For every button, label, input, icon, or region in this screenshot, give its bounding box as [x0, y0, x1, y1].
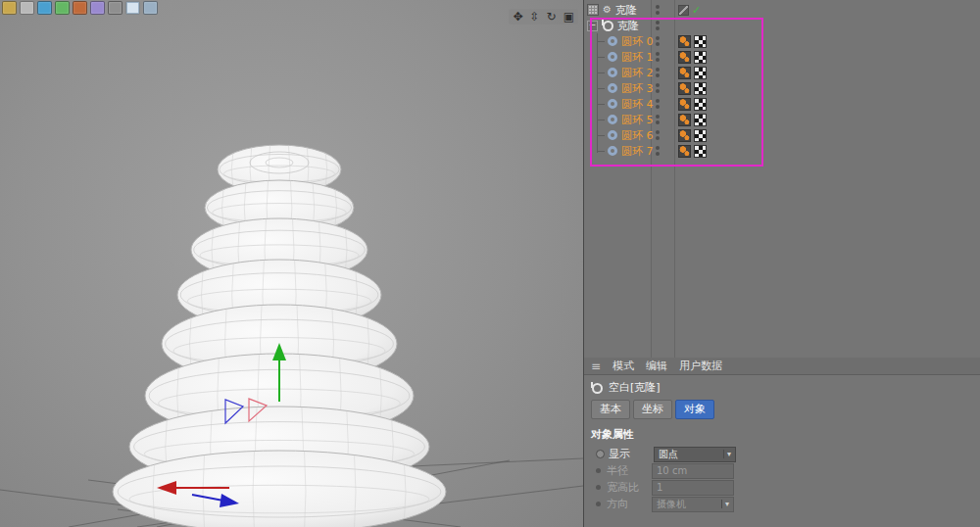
- visibility-dots[interactable]: [656, 5, 660, 15]
- phong-tag-icon[interactable]: [678, 98, 691, 111]
- aspect-field[interactable]: 1: [652, 480, 734, 496]
- menu-icon[interactable]: [591, 359, 601, 373]
- toolbar-icon[interactable]: [55, 1, 70, 15]
- attribute-object-header: 空白[克隆]: [584, 375, 980, 398]
- viewport-3d[interactable]: ✥ ⇳ ↻ ▣: [0, 0, 583, 527]
- toolbar-icon[interactable]: [2, 1, 17, 15]
- texture-tag-icon[interactable]: [694, 129, 707, 142]
- visibility-dots[interactable]: [656, 36, 660, 46]
- tree-line: [597, 104, 605, 105]
- rotate-view-icon[interactable]: ↻: [547, 10, 557, 24]
- phong-tag-icon[interactable]: [678, 35, 691, 48]
- keyframe-icon[interactable]: [596, 468, 601, 473]
- phong-tag-icon[interactable]: [678, 51, 691, 64]
- texture-tag-icon[interactable]: [694, 82, 707, 95]
- toolbar-icon[interactable]: [125, 1, 140, 15]
- object-row-torus[interactable]: 圆环 4: [584, 96, 980, 112]
- field-value: 1: [657, 482, 662, 493]
- visibility-dots[interactable]: [656, 52, 660, 62]
- toolbar-icon[interactable]: [90, 1, 105, 15]
- attribute-object-title: 空白[克隆]: [609, 380, 661, 395]
- object-row-torus[interactable]: 圆环 5: [584, 112, 980, 127]
- toolbar-icon[interactable]: [73, 1, 87, 15]
- object-label[interactable]: 圆环 5: [621, 113, 654, 127]
- object-row-torus[interactable]: 圆环 3: [584, 80, 980, 96]
- menu-item-mode[interactable]: 模式: [612, 359, 634, 373]
- app-window: ✥ ⇳ ↻ ▣ 克隆 ✓ 克隆: [0, 0, 980, 527]
- keyframe-icon[interactable]: [596, 450, 605, 458]
- visibility-dots[interactable]: [656, 68, 660, 77]
- object-row-torus[interactable]: 圆环 7: [584, 143, 980, 159]
- object-row-torus[interactable]: 圆环 6: [584, 127, 980, 143]
- tree-line: [597, 72, 605, 73]
- main-toolbar: [2, 1, 158, 15]
- viewport-nav: ✥ ⇳ ↻ ▣: [509, 9, 578, 24]
- tab-coordinates[interactable]: 坐标: [633, 400, 672, 419]
- collapse-icon[interactable]: [587, 21, 598, 31]
- property-label: 方向: [607, 497, 652, 511]
- phong-tag-icon[interactable]: [678, 82, 691, 95]
- orientation-dropdown[interactable]: 摄像机: [652, 497, 734, 512]
- tree-line: [597, 151, 605, 152]
- torus-icon: [608, 99, 617, 109]
- object-label[interactable]: 圆环 7: [621, 144, 654, 159]
- phong-tag-icon[interactable]: [678, 114, 691, 126]
- menu-item-edit[interactable]: 编辑: [646, 359, 667, 373]
- texture-tag-icon[interactable]: [694, 145, 707, 158]
- object-label[interactable]: 圆环 2: [621, 66, 654, 80]
- object-row-null[interactable]: 克隆: [584, 18, 980, 33]
- visibility-dots[interactable]: [656, 130, 660, 140]
- toolbar-icon[interactable]: [37, 1, 52, 15]
- layer-grid-icon: [587, 4, 599, 16]
- texture-tag-icon[interactable]: [694, 98, 707, 111]
- texture-tag-icon[interactable]: [694, 114, 707, 126]
- phong-tag-icon[interactable]: [678, 129, 691, 142]
- visibility-dots[interactable]: [656, 146, 660, 156]
- maximize-view-icon[interactable]: ▣: [564, 10, 574, 24]
- tab-object[interactable]: 对象: [675, 400, 714, 419]
- toolbar-icon[interactable]: [20, 1, 34, 15]
- cloner-gear-icon: [603, 5, 612, 15]
- tree-line: [597, 41, 605, 42]
- object-label[interactable]: 克隆: [615, 3, 637, 18]
- toolbar-icon[interactable]: [143, 1, 158, 15]
- object-row-torus[interactable]: 圆环 0: [584, 33, 980, 49]
- visibility-dots[interactable]: [656, 115, 660, 124]
- toolbar-icon[interactable]: [108, 1, 122, 15]
- display-dropdown[interactable]: 圆点: [654, 447, 736, 462]
- torus-icon: [608, 146, 617, 156]
- object-label[interactable]: 圆环 6: [621, 128, 654, 143]
- section-object-properties: 对象属性: [584, 423, 980, 446]
- keyframe-icon[interactable]: [596, 485, 601, 490]
- radius-field[interactable]: 10 cm: [652, 463, 734, 479]
- chevron-down-icon: [721, 500, 729, 508]
- object-label[interactable]: 圆环 3: [621, 81, 654, 96]
- object-label[interactable]: 圆环 0: [621, 34, 654, 49]
- dolly-view-icon[interactable]: ⇳: [530, 10, 540, 24]
- tab-basic[interactable]: 基本: [591, 400, 630, 419]
- object-label[interactable]: 克隆: [617, 19, 639, 33]
- keyframe-icon[interactable]: [596, 502, 601, 506]
- object-row-torus[interactable]: 圆环 1: [584, 49, 980, 65]
- visibility-dots[interactable]: [656, 83, 660, 93]
- scene-torus-stack[interactable]: [0, 0, 583, 527]
- phong-tag-icon[interactable]: [678, 67, 691, 79]
- menu-item-userdata[interactable]: 用户数据: [679, 359, 722, 373]
- disabled-tag-icon[interactable]: [678, 5, 689, 16]
- torus-icon: [608, 115, 617, 124]
- object-row-cloner[interactable]: 克隆 ✓: [584, 2, 980, 18]
- visibility-dots[interactable]: [656, 99, 660, 109]
- texture-tag-icon[interactable]: [694, 35, 707, 48]
- texture-tag-icon[interactable]: [694, 67, 707, 79]
- object-label[interactable]: 圆环 1: [621, 50, 654, 65]
- object-row-torus[interactable]: 圆环 2: [584, 65, 980, 80]
- texture-tag-icon[interactable]: [694, 51, 707, 64]
- visibility-dots[interactable]: [656, 21, 660, 30]
- field-value: 10 cm: [657, 465, 687, 476]
- phong-tag-icon[interactable]: [678, 145, 691, 158]
- enabled-check-icon[interactable]: ✓: [692, 4, 701, 17]
- property-label: 宽高比: [607, 480, 652, 495]
- object-label[interactable]: 圆环 4: [621, 97, 654, 112]
- tree-line: [597, 120, 605, 120]
- pan-view-icon[interactable]: ✥: [513, 10, 522, 24]
